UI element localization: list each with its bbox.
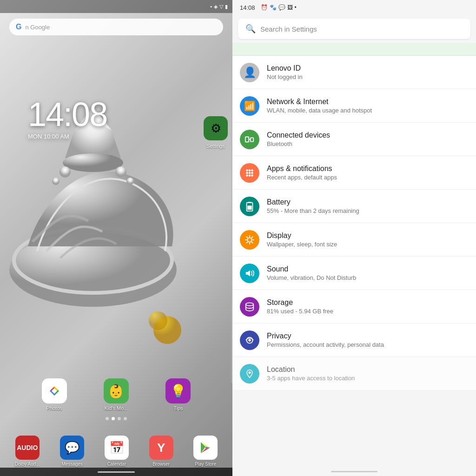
browser-app-icon[interactable]: Y xyxy=(149,436,173,460)
list-item[interactable]: Play Store xyxy=(193,436,218,467)
settings-item-apps[interactable]: Apps & notifications Recent apps, defaul… xyxy=(232,156,476,190)
list-item[interactable]: 💡 Tips xyxy=(165,378,191,411)
wifi-icon: 📶 xyxy=(244,100,256,112)
connected-devices-subtitle: Bluetooth xyxy=(267,140,469,147)
photos-app-label: Photos xyxy=(46,405,62,411)
list-item[interactable]: Y Browser xyxy=(149,436,173,467)
svg-point-12 xyxy=(53,389,56,393)
svg-point-16 xyxy=(246,169,248,172)
svg-point-6 xyxy=(60,166,71,178)
play-store-label: Play Store xyxy=(195,462,216,467)
connected-devices-title: Connected devices xyxy=(267,131,469,139)
list-item[interactable]: AUDIO Dolby Aud... xyxy=(15,436,40,467)
search-placeholder-text: Search in Settings xyxy=(260,25,317,33)
google-search-bar[interactable]: G n Google xyxy=(9,19,223,35)
storage-icon-container xyxy=(240,297,259,317)
settings-search-bar[interactable]: 🔍 Search in Settings xyxy=(238,19,470,39)
privacy-title: Privacy xyxy=(267,332,469,340)
photos-app-icon[interactable] xyxy=(42,378,67,403)
sound-icon-container xyxy=(240,264,259,283)
svg-point-5 xyxy=(63,153,123,172)
display-subtitle: Wallpaper, sleep, font size xyxy=(267,241,469,248)
svg-point-28 xyxy=(247,238,251,242)
network-icon-container: 📶 xyxy=(240,96,259,116)
sim-icon: ◈ xyxy=(214,4,218,10)
list-item[interactable]: 👶 Kid's Mo... xyxy=(104,378,129,411)
person-icon: 👤 xyxy=(244,66,256,79)
kids-app-icon[interactable]: 👶 xyxy=(104,378,129,403)
location-text: Location 3-5 apps have access to locatio… xyxy=(267,365,469,382)
settings-item-network[interactable]: 📶 Network & Internet WLAN, mobile, data … xyxy=(232,89,476,123)
connected-devices-icon xyxy=(245,134,255,145)
settings-app-icon[interactable]: ⚙ xyxy=(204,116,228,140)
ring-decoration xyxy=(0,37,232,363)
page-dot-active xyxy=(112,417,115,420)
settings-time: 14:08 xyxy=(240,4,255,11)
svg-point-23 xyxy=(249,174,251,177)
settings-item-sound[interactable]: Sound Volume, vibration, Do Not Disturb xyxy=(232,257,476,290)
svg-point-17 xyxy=(249,169,251,172)
display-title: Display xyxy=(267,231,469,240)
svg-rect-14 xyxy=(251,138,253,141)
location-title: Location xyxy=(267,365,469,374)
bottom-dock: AUDIO Dolby Aud... 💬 Messages 📅 Calendar… xyxy=(0,436,232,467)
partial-settings-item xyxy=(232,43,476,56)
privacy-icon xyxy=(245,335,255,345)
apps-subtitle: Recent apps, default apps xyxy=(267,174,469,181)
settings-item-lenovo-id[interactable]: 👤 Lenovo ID Not logged in xyxy=(232,56,476,89)
list-item[interactable]: 💬 Messages xyxy=(60,436,84,467)
battery-subtitle: 55% - More than 2 days remaining xyxy=(267,207,469,214)
nav-indicator xyxy=(98,471,135,473)
tips-app-label: Tips xyxy=(173,405,183,411)
home-screen: • ◈ ▽ ▮ xyxy=(0,0,232,476)
apps-icon xyxy=(245,168,255,178)
settings-nav-indicator xyxy=(331,471,377,472)
battery-icon xyxy=(245,201,254,212)
clock-widget: 14:08 MON 10:00 AM xyxy=(28,98,107,140)
connected-devices-icon-container xyxy=(240,130,259,149)
page-dot xyxy=(106,417,109,420)
google-search-text: n Google xyxy=(25,24,50,31)
settings-item-storage[interactable]: Storage 81% used - 5.94 GB free xyxy=(232,290,476,324)
svg-marker-37 xyxy=(246,270,250,276)
browser-icon: Y xyxy=(157,441,165,455)
settings-widget[interactable]: ⚙ Settings xyxy=(204,116,228,149)
svg-point-9 xyxy=(126,178,134,185)
calendar-icon: 📅 xyxy=(109,441,124,455)
calendar-label: Calendar xyxy=(107,462,126,467)
svg-point-22 xyxy=(246,174,248,177)
chat-icon: 💬 xyxy=(278,4,285,11)
display-icon xyxy=(245,235,255,245)
settings-panel: 14:08 ⏰ 🐾 💬 🖼 • 🔍 Search in Settings 👤 L… xyxy=(232,0,476,476)
display-text: Display Wallpaper, sleep, font size xyxy=(267,231,469,248)
list-item[interactable]: Photos xyxy=(42,378,67,411)
settings-item-display[interactable]: Display Wallpaper, sleep, font size xyxy=(232,223,476,257)
svg-point-11 xyxy=(149,311,167,330)
dolby-app-icon[interactable]: AUDIO xyxy=(15,436,40,460)
google-logo: G xyxy=(16,23,21,31)
settings-item-connected-devices[interactable]: Connected devices Bluetooth xyxy=(232,123,476,156)
settings-list: 👤 Lenovo ID Not logged in 📶 Network & In… xyxy=(232,56,476,467)
settings-item-privacy[interactable]: Privacy Permissions, account activity, p… xyxy=(232,324,476,357)
left-status-bar: • ◈ ▽ ▮ xyxy=(0,0,232,13)
storage-icon xyxy=(245,302,255,312)
list-item[interactable]: 📅 Calendar xyxy=(105,436,129,467)
settings-widget-label: Settings xyxy=(206,143,225,149)
settings-item-location[interactable]: Location 3-5 apps have access to locatio… xyxy=(232,357,476,390)
settings-item-battery[interactable]: Battery 55% - More than 2 days remaining xyxy=(232,190,476,223)
play-store-app-icon[interactable] xyxy=(193,436,218,460)
calendar-app-icon[interactable]: 📅 xyxy=(105,436,129,460)
tips-app-icon[interactable]: 💡 xyxy=(165,378,191,403)
gear-icon: ⚙ xyxy=(211,121,221,136)
kids-icon: 👶 xyxy=(108,383,124,399)
svg-line-34 xyxy=(251,242,252,243)
lenovo-id-text: Lenovo ID Not logged in xyxy=(267,64,469,80)
svg-point-8 xyxy=(52,178,60,185)
messages-app-icon[interactable]: 💬 xyxy=(60,436,84,460)
storage-text: Storage 81% used - 5.94 GB free xyxy=(267,298,469,315)
settings-bottom-nav xyxy=(232,467,476,476)
sound-title: Sound xyxy=(267,265,469,273)
browser-label: Browser xyxy=(152,462,170,467)
svg-point-20 xyxy=(249,172,251,174)
svg-rect-26 xyxy=(248,201,251,203)
